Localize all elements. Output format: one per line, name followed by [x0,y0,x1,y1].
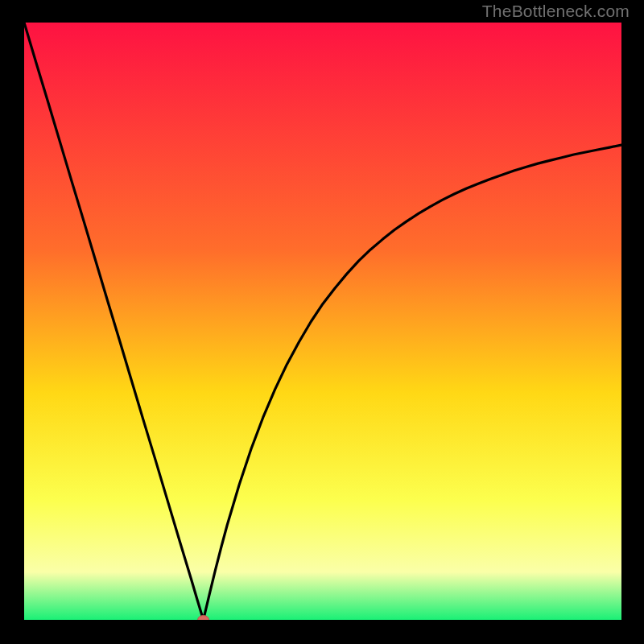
chart-frame: TheBottleneck.com [0,0,644,644]
plot-area [24,23,621,620]
watermark-text: TheBottleneck.com [482,2,630,21]
chart-svg [24,23,621,620]
